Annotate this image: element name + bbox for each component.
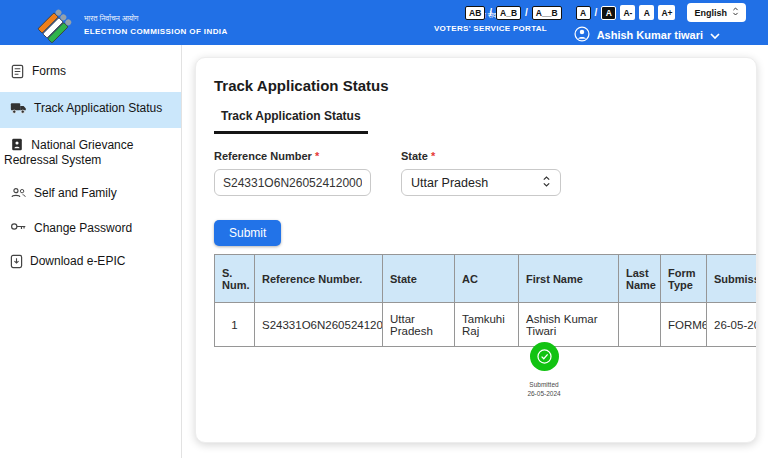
track-application-card: Track Application Status Track Applicati… [195,57,757,443]
sidebar-item-download-e-epic[interactable]: Download e-EPIC [0,245,181,282]
reference-number-label: Reference Number * [214,150,371,162]
required-asterisk: * [431,150,435,162]
separator: / [489,7,492,18]
user-menu[interactable]: Ashish Kumar tiwari [574,26,720,44]
grievance-icon [4,138,31,152]
font-size-normal-button[interactable]: A [639,5,654,20]
column-header-ac: AC [455,255,519,303]
sidebar-item-forms[interactable]: Forms [0,55,181,92]
letter-spacing-wide-button[interactable]: A__B [532,6,562,20]
sidebar-item-label: Self and Family [34,186,117,201]
people-icon [10,186,27,203]
state-field-group: State * Uttar Pradesh [401,150,561,196]
contrast-normal-button[interactable]: A [576,6,591,20]
sidebar: Forms Track Application Status National … [0,45,182,458]
separator: / [595,7,598,18]
column-header-submission-date: Submission Date [707,255,757,303]
main-content: Track Application Status Track Applicati… [182,45,768,458]
separator: / [525,7,528,18]
chevron-down-icon [710,29,720,41]
sidebar-item-change-password[interactable]: Change Password [0,212,181,245]
cell-submission-date: 26-05-2024 [707,303,757,347]
language-selector[interactable]: English [687,3,746,22]
sidebar-item-track-application-status[interactable]: Track Application Status [0,92,181,128]
application-status: Submitted 26-05-2024 [513,342,575,398]
column-header-last-name: Last Name [619,255,661,303]
submit-button[interactable]: Submit [214,220,281,246]
state-select[interactable]: Uttar Pradesh [401,169,561,196]
letter-spacing-normal-button[interactable]: AB [465,6,485,20]
epic-card-icon [10,254,23,273]
sidebar-item-label: Forms [32,64,66,79]
app-header: भारत निर्वाचन आयोग ELECTION COMMISSION O… [0,0,768,45]
truck-icon [10,101,27,119]
cell-state: Uttar Pradesh [383,303,455,347]
user-avatar-icon [574,26,590,44]
eci-logo-icon [36,3,74,47]
sidebar-item-label: Track Application Status [34,101,162,116]
sidebar-item-label: Change Password [34,221,132,236]
cell-reference-number: S24331O6N2605241200044 [255,303,383,347]
sidebar-item-self-and-family[interactable]: Self and Family [0,177,181,212]
column-header-s-num: S. Num. [215,255,255,303]
org-name-english: ELECTION COMMISSION OF INDIA [84,27,228,36]
chevron-updown-icon [732,6,739,19]
table-header-row: S. Num. Reference Number. State AC First… [215,255,757,303]
track-form: Reference Number * State * Uttar Pradesh [214,150,756,196]
reference-number-field-group: Reference Number * [214,150,371,196]
contrast-inverted-button[interactable]: A [601,6,616,20]
column-header-reference-number: Reference Number. [255,255,383,303]
reference-number-input[interactable] [214,169,371,196]
sidebar-item-national-grievance-redressal-system[interactable]: National Grievance Redressal System [0,128,181,177]
font-size-decrease-button[interactable]: A- [620,5,635,20]
cell-s-num: 1 [215,303,255,347]
forms-icon [10,64,25,83]
cell-form-type: FORM6 [661,303,707,347]
cell-ac: Tamkuhi Raj [455,303,519,347]
org-name-hindi: भारत निर्वाचन आयोग [84,14,228,24]
letter-spacing-medium-button[interactable]: A_B [496,6,521,20]
key-icon [10,221,27,236]
font-size-increase-button[interactable]: A+ [658,5,675,20]
user-name: Ashish Kumar tiwari [597,29,703,41]
results-table-container: S. Num. Reference Number. State AC First… [214,254,756,347]
column-header-form-type: Form Type [661,255,707,303]
chevron-updown-icon [542,175,551,191]
column-header-state: State [383,255,455,303]
results-table: S. Num. Reference Number. State AC First… [214,254,756,347]
status-date: 26-05-2024 [513,390,575,399]
cell-first-name: Ashish Kumar Tiwari [519,303,619,347]
accessibility-toolbar: AB / A_B / A__B A / A A- A A+ English [465,3,746,22]
required-asterisk: * [315,150,319,162]
cell-last-name [619,303,661,347]
status-label: Submitted [513,381,575,390]
page-title: Track Application Status [214,77,756,94]
check-circle-icon [530,357,559,374]
language-label: English [694,8,727,18]
column-header-first-name: First Name [519,255,619,303]
tab-track-application-status[interactable]: Track Application Status [214,107,368,134]
sidebar-item-label: Download e-EPIC [30,254,125,269]
table-row: 1 S24331O6N2605241200044 Uttar Pradesh T… [215,303,757,347]
state-selected-value: Uttar Pradesh [411,176,488,190]
state-label: State * [401,150,561,162]
brand: भारत निर्वाचन आयोग ELECTION COMMISSION O… [36,3,228,47]
